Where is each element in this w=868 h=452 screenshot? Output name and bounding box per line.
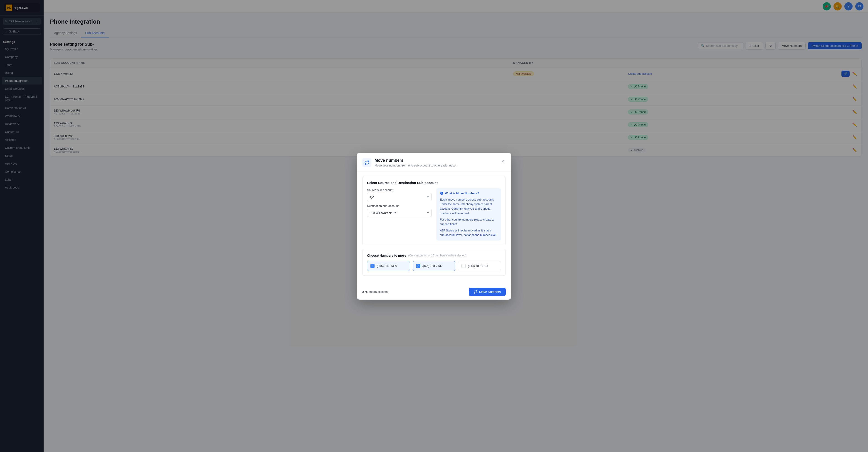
modal-header: Move numbers Move your numbers from one …: [357, 153, 511, 172]
number-checkbox-2[interactable]: ✓ (866) 798-7730: [413, 261, 456, 271]
modal-title-area: Move numbers Move your numbers from one …: [375, 158, 496, 167]
numbers-hint: (Only maximum of 10 numbers can be selec…: [408, 254, 466, 257]
destination-label: Destination sub-account: [367, 204, 432, 208]
source-label: Source sub-account: [367, 188, 432, 192]
destination-select[interactable]: 123 Willowbrook Rd ▾: [367, 209, 432, 217]
move-numbers-modal: Move numbers Move your numbers from one …: [357, 153, 511, 300]
info-icon: i: [440, 191, 443, 195]
modal-title: Move numbers: [375, 158, 496, 163]
form-grid: Source sub-account QA ▾ Destination sub-…: [367, 188, 501, 241]
info-title: What is Move Numbers?: [445, 191, 479, 195]
number-checkbox-3[interactable]: (844) 781-0725: [458, 261, 501, 271]
choose-numbers-section: Choose Numbers to move (Only maximum of …: [362, 249, 506, 276]
numbers-grid: ✓ (855) 240-1380 ✓ (866) 798-7730 (844) …: [367, 261, 501, 271]
modal-subtitle: Move your numbers from one sub-account t…: [375, 164, 496, 167]
modal-footer: 2 Numbers selected Move Numbers: [357, 284, 511, 300]
move-btn-label: Move Numbers: [479, 290, 501, 294]
modal-body: Select Source and Destination Sub-accoun…: [357, 172, 511, 284]
modal-close-button[interactable]: ✕: [499, 158, 506, 164]
number-text-2: (866) 798-7730: [423, 264, 443, 268]
checkbox-2[interactable]: ✓: [416, 264, 420, 268]
info-p3: A2P Status will not be moved as it is at…: [440, 228, 497, 237]
source-select[interactable]: QA ▾: [367, 193, 432, 201]
move-numbers-submit-button[interactable]: Move Numbers: [469, 288, 506, 296]
modal-icon: [362, 158, 371, 167]
section1-title: Select Source and Destination Sub-accoun…: [367, 181, 501, 185]
source-dest-section: Select Source and Destination Sub-accoun…: [362, 176, 506, 245]
move-icon: [474, 290, 477, 294]
destination-form-group: Destination sub-account 123 Willowbrook …: [367, 204, 432, 217]
number-text-3: (844) 781-0725: [468, 264, 488, 268]
checkbox-3[interactable]: [462, 264, 466, 268]
numbers-section-title: Choose Numbers to move (Only maximum of …: [367, 254, 501, 257]
chevron-down-icon: ▾: [427, 195, 429, 199]
count-number: 2: [362, 290, 364, 294]
info-box: i What is Move Numbers? Easily move numb…: [436, 188, 501, 241]
selected-label: Numbers selected: [365, 290, 389, 294]
info-p1: Easily move numbers across sub-accounts …: [440, 198, 497, 216]
checkbox-1[interactable]: ✓: [370, 264, 375, 268]
number-checkbox-1[interactable]: ✓ (855) 240-1380: [367, 261, 410, 271]
selected-count: 2 Numbers selected: [362, 290, 389, 294]
source-value: QA: [370, 195, 374, 199]
modal-overlay[interactable]: Move numbers Move your numbers from one …: [0, 0, 868, 452]
destination-value: 123 Willowbrook Rd: [370, 211, 396, 215]
info-p2: For other country numbers please create …: [440, 217, 497, 227]
source-form-group: Source sub-account QA ▾: [367, 188, 432, 201]
number-text-1: (855) 240-1380: [377, 264, 397, 268]
svg-text:i: i: [441, 192, 442, 194]
chevron-down-icon: ▾: [427, 211, 429, 215]
